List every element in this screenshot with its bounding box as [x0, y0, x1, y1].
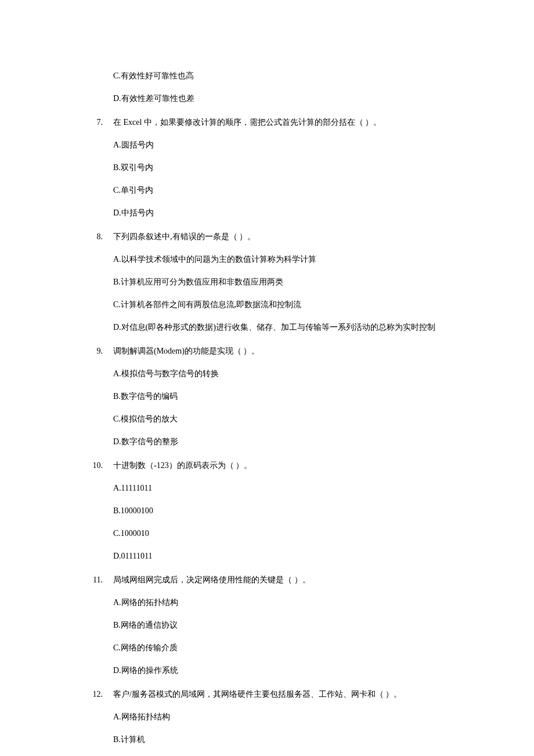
option-item: A.圆括号内	[113, 139, 464, 151]
option-item: A.11111011	[113, 482, 464, 494]
option-item: D.数字信号的整形	[113, 435, 464, 448]
option-item: B.数字信号的编码	[113, 390, 464, 402]
question-10: 10. 十进制数（-123）的原码表示为（ ）。 A.11111011 B.10…	[81, 459, 464, 562]
question-text: 十进制数（-123）的原码表示为（ ）。	[113, 459, 464, 471]
question-number: 9.	[81, 345, 113, 357]
option-item: C.单引号内	[113, 184, 464, 196]
question-text: 在 Excel 中，如果要修改计算的顺序，需把公式首先计算的部分括在（ ）。	[113, 116, 464, 128]
question-number: 10.	[81, 459, 113, 471]
question-8: 8. 下列四条叙述中,有错误的一条是（ ）。 A.以科学技术领域中的问题为主的数…	[81, 231, 464, 333]
question-11: 11. 局域网组网完成后，决定网络使用性能的关键是（ ）。 A.网络的拓扑结构 …	[81, 574, 464, 676]
question-text: 下列四条叙述中,有错误的一条是（ ）。	[113, 231, 464, 243]
option-item: C.有效性好可靠性也高	[113, 70, 464, 82]
option-item: D.网络的操作系统	[113, 664, 464, 676]
option-item: A.以科学技术领域中的问题为主的数值计算称为科学计算	[113, 253, 464, 265]
question-number: 8.	[81, 231, 113, 243]
option-item: B.网络的通信协议	[113, 619, 464, 631]
option-item: B.双引号内	[113, 161, 464, 174]
option-item: B.计算机	[113, 733, 464, 746]
option-item: A.网络拓扑结构	[113, 711, 464, 723]
option-item: C.1000010	[113, 527, 464, 539]
question-text: 客户/服务器模式的局域网，其网络硬件主要包括服务器、工作站、网卡和（ ）。	[113, 688, 464, 700]
option-item: A.模拟信号与数字信号的转换	[113, 368, 464, 380]
question-number: 12.	[81, 688, 113, 700]
option-item: D.有效性差可靠性也差	[113, 92, 464, 105]
question-12: 12. 客户/服务器模式的局域网，其网络硬件主要包括服务器、工作站、网卡和（ ）…	[81, 688, 464, 746]
question-number: 11.	[81, 574, 113, 586]
option-item: D.01111011	[113, 550, 464, 562]
question-text: 调制解调器(Modem)的功能是实现（ ）。	[113, 345, 464, 357]
question-number: 7.	[81, 116, 113, 128]
question-9: 9. 调制解调器(Modem)的功能是实现（ ）。 A.模拟信号与数字信号的转换…	[81, 345, 464, 448]
question-text: 局域网组网完成后，决定网络使用性能的关键是（ ）。	[113, 574, 464, 586]
question-7: 7. 在 Excel 中，如果要修改计算的顺序，需把公式首先计算的部分括在（ ）…	[81, 116, 464, 219]
page-content: C.有效性好可靠性也高 D.有效性差可靠性也差 7. 在 Excel 中，如果要…	[0, 0, 534, 756]
option-item: A.网络的拓扑结构	[113, 596, 464, 609]
option-item: B.计算机应用可分为数值应用和非数值应用两类	[113, 276, 464, 288]
option-item: D.中括号内	[113, 207, 464, 219]
option-item: C.计算机各部件之间有两股信息流,即数据流和控制流	[113, 298, 464, 311]
orphan-options-top: C.有效性好可靠性也高 D.有效性差可靠性也差	[81, 70, 464, 105]
option-item: C.模拟信号的放大	[113, 413, 464, 425]
option-item: C.网络的传输介质	[113, 642, 464, 654]
option-item: D.对信息(即各种形式的数据)进行收集、储存、加工与传输等一系列活动的总称为实时…	[113, 321, 464, 333]
option-item: B.10000100	[113, 505, 464, 517]
